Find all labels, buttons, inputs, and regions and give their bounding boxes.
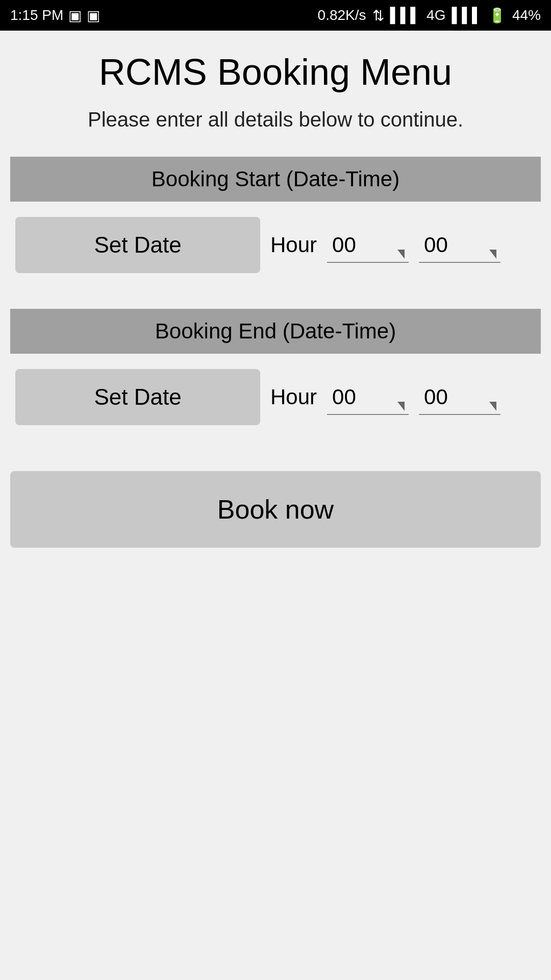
network-type: 4G — [427, 7, 445, 23]
sim-icon-1: ▣ — [68, 7, 82, 24]
data-arrows-icon: ⇅ — [372, 7, 384, 24]
booking-end-time-group: Hour 00 01 02 03 04 05 06 07 08 09 10 — [270, 380, 536, 415]
booking-start-header: Booking Start (Date-Time) — [10, 157, 541, 202]
booking-start-hour-select[interactable]: 00 01 02 03 04 05 06 07 08 09 10 11 12 1… — [327, 228, 409, 263]
signal-bars-icon: ▌▌▌ — [390, 7, 421, 23]
booking-start-section: Booking Start (Date-Time) Set Date Hour … — [10, 157, 541, 288]
status-right: 0.82K/s ⇅ ▌▌▌ 4G ▌▌▌ 🔋 44% — [318, 7, 541, 24]
booking-end-minute-wrapper: 00 05 10 15 20 25 30 35 40 45 50 55 — [419, 380, 500, 415]
booking-start-minute-wrapper: 00 05 10 15 20 25 30 35 40 45 50 55 — [419, 228, 500, 263]
booking-start-time-group: Hour 00 01 02 03 04 05 06 07 08 09 10 — [270, 228, 536, 263]
status-left: 1:15 PM ▣ ▣ — [10, 7, 100, 24]
sim-icon-2: ▣ — [87, 7, 100, 24]
booking-end-hour-select[interactable]: 00 01 02 03 04 05 06 07 08 09 10 11 12 1… — [327, 380, 409, 415]
book-now-button[interactable]: Book now — [10, 471, 541, 548]
booking-end-section: Booking End (Date-Time) Set Date Hour 00… — [10, 309, 541, 440]
booking-end-minute-select[interactable]: 00 05 10 15 20 25 30 35 40 45 50 55 — [419, 380, 500, 415]
booking-start-set-date-button[interactable]: Set Date — [15, 217, 260, 273]
battery-icon: 🔋 — [488, 7, 506, 24]
booking-end-set-date-button[interactable]: Set Date — [15, 369, 260, 425]
booking-end-hour-wrapper: 00 01 02 03 04 05 06 07 08 09 10 11 12 1… — [327, 380, 409, 415]
booking-start-minute-select[interactable]: 00 05 10 15 20 25 30 35 40 45 50 55 — [419, 228, 500, 263]
status-bar: 1:15 PM ▣ ▣ 0.82K/s ⇅ ▌▌▌ 4G ▌▌▌ 🔋 44% — [0, 0, 551, 31]
main-content: RCMS Booking Menu Please enter all detai… — [0, 31, 551, 558]
status-time: 1:15 PM — [10, 7, 63, 23]
network-speed: 0.82K/s — [318, 7, 366, 23]
signal-bars-2-icon: ▌▌▌ — [452, 7, 482, 23]
app-title: RCMS Booking Menu — [10, 51, 541, 93]
booking-end-hour-label: Hour — [270, 385, 317, 409]
battery-percent: 44% — [512, 7, 541, 23]
booking-start-hour-wrapper: 00 01 02 03 04 05 06 07 08 09 10 11 12 1… — [327, 228, 409, 263]
app-subtitle: Please enter all details below to contin… — [10, 108, 541, 131]
booking-end-row: Set Date Hour 00 01 02 03 04 05 06 07 08… — [10, 354, 541, 440]
booking-start-hour-label: Hour — [270, 233, 317, 257]
booking-end-header: Booking End (Date-Time) — [10, 309, 541, 354]
booking-start-row: Set Date Hour 00 01 02 03 04 05 06 07 08… — [10, 202, 541, 288]
